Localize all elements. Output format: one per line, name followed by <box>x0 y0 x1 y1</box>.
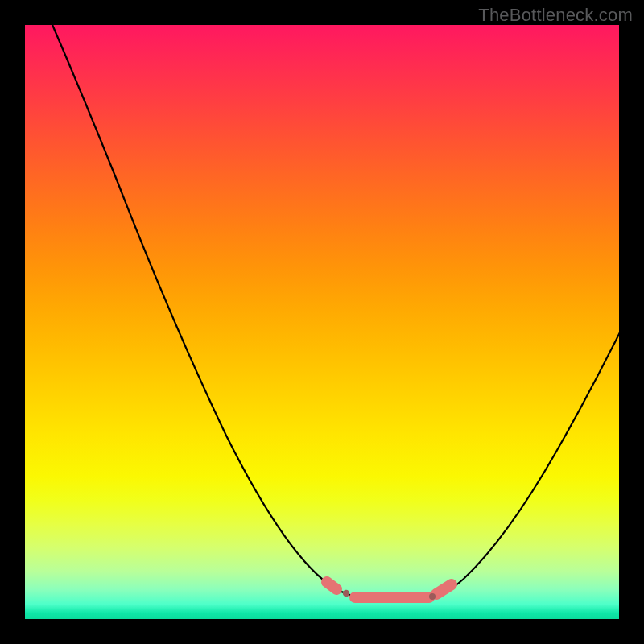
marker-dot-2 <box>429 593 436 600</box>
marker-dot-1 <box>343 590 349 597</box>
curve-svg <box>25 25 619 619</box>
bottleneck-curve <box>51 21 621 599</box>
highlight-markers <box>327 582 452 600</box>
marker-segment-1 <box>327 582 336 589</box>
watermark-text: TheBottleneck.com <box>478 5 633 26</box>
marker-segment-3 <box>436 584 452 594</box>
chart-container: TheBottleneck.com <box>0 0 644 644</box>
plot-area <box>25 25 619 619</box>
